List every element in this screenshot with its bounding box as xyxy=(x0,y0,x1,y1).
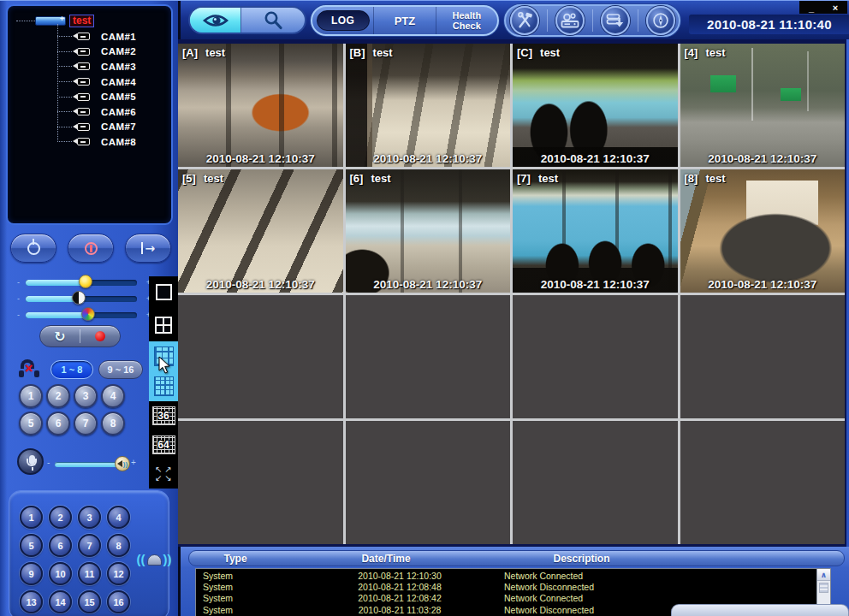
camera-label: CAM#4 xyxy=(101,77,136,87)
tree-item-camera[interactable]: CAM#8 xyxy=(16,134,171,150)
search-button[interactable] xyxy=(241,8,305,33)
tab-health-check[interactable]: Health Check xyxy=(436,7,497,34)
contrast-slider[interactable]: - + xyxy=(12,290,154,306)
exit-button[interactable]: → xyxy=(125,234,171,263)
power-button[interactable] xyxy=(10,234,56,263)
siren-icon xyxy=(147,554,162,566)
keypad-button-12[interactable]: 12 xyxy=(107,562,130,585)
log-row[interactable]: System2010-08-21 12:08:48Network Disconn… xyxy=(196,581,816,592)
empty-cell[interactable] xyxy=(178,421,343,544)
empty-cell[interactable] xyxy=(513,295,678,418)
refresh-button[interactable]: ↻ xyxy=(40,326,80,346)
keypad-button-7[interactable]: 7 xyxy=(78,534,101,557)
keypad-button-4[interactable]: 4 xyxy=(107,506,130,529)
channel-button-4[interactable]: 4 xyxy=(101,384,125,408)
keypad-button-11[interactable]: 11 xyxy=(78,562,101,585)
channel-button-8[interactable]: 8 xyxy=(101,412,125,435)
audio-mute-button[interactable]: × xyxy=(18,358,42,377)
channel-range-9-16-button[interactable]: 9 ~ 16 xyxy=(98,360,143,379)
live-view-button[interactable] xyxy=(190,8,241,33)
layout-36-button[interactable]: 36 xyxy=(149,401,178,430)
log-row[interactable]: System2010-08-21 12:08:42Network Connect… xyxy=(196,593,816,604)
log-cell-type: System xyxy=(203,605,295,615)
color-slider[interactable]: - + xyxy=(12,306,154,323)
empty-cell[interactable] xyxy=(680,421,846,544)
channel-range-1-8-button[interactable]: 1 ~ 8 xyxy=(50,360,93,379)
layout-single-button[interactable] xyxy=(149,276,178,308)
tree-item-camera[interactable]: CAM#2 xyxy=(16,44,171,60)
keypad-button-2[interactable]: 2 xyxy=(49,506,72,529)
contrast-knob[interactable] xyxy=(72,291,86,305)
color-knob[interactable] xyxy=(81,307,95,321)
scroll-up-button[interactable]: ∧ xyxy=(817,569,830,581)
camera-label: CAM#7 xyxy=(101,121,136,132)
keypad-button-16[interactable]: 16 xyxy=(107,590,130,613)
keypad-button-8[interactable]: 8 xyxy=(107,534,130,557)
log-cell-description: Network Connected xyxy=(504,593,816,603)
channel-button-6[interactable]: 6 xyxy=(46,412,70,435)
tree-item-camera[interactable]: CAM#1 xyxy=(16,29,171,44)
tree-item-camera[interactable]: CAM#3 xyxy=(16,59,171,74)
video-cell[interactable]: [4]test2010-08-21 12:10:37 xyxy=(680,44,846,167)
close-button[interactable]: × xyxy=(823,1,847,14)
tab-ptz[interactable]: PTZ xyxy=(373,7,435,34)
log-header-type: Type xyxy=(189,553,282,565)
tree-root-node[interactable]: test xyxy=(16,13,171,28)
keypad-button-1[interactable]: 1 xyxy=(20,506,43,529)
video-cell[interactable]: [C]test2010-08-21 12:10:37 xyxy=(513,44,678,167)
keypad-button-13[interactable]: 13 xyxy=(20,590,43,613)
tree-item-camera[interactable]: CAM#4 xyxy=(16,74,171,90)
layout-64-button[interactable]: 64 xyxy=(149,430,178,459)
camera-icon xyxy=(77,48,90,56)
record-button[interactable] xyxy=(80,326,120,346)
empty-cell[interactable] xyxy=(178,295,343,418)
fullscreen-button[interactable]: ↖↗↙↘ xyxy=(149,459,178,489)
volume-knob[interactable]: )) xyxy=(115,456,130,471)
keypad-button-6[interactable]: 6 xyxy=(49,534,72,557)
keypad-button-9[interactable]: 9 xyxy=(20,562,43,585)
brightness-slider[interactable]: - + xyxy=(12,274,154,290)
channel-button-5[interactable]: 5 xyxy=(19,412,43,435)
brightness-knob[interactable] xyxy=(79,275,92,288)
scroll-thumb[interactable] xyxy=(819,583,828,593)
channel-button-1[interactable]: 1 xyxy=(19,384,43,408)
image-adjust-sliders: - + - + - + xyxy=(12,274,154,323)
layout-16-button[interactable] xyxy=(149,371,178,401)
video-cell[interactable]: [A]test2010-08-21 12:10:37 xyxy=(178,44,343,167)
tree-item-camera[interactable]: CAM#7 xyxy=(16,120,171,135)
layout-quad-button[interactable] xyxy=(149,308,178,341)
channel-button-3[interactable]: 3 xyxy=(74,384,98,408)
channel-button-2[interactable]: 2 xyxy=(46,384,70,408)
keypad-button-14[interactable]: 14 xyxy=(49,590,72,613)
channel-button-7[interactable]: 7 xyxy=(74,412,98,435)
empty-cell[interactable] xyxy=(513,421,678,544)
tree-item-camera[interactable]: CAM#5 xyxy=(16,89,171,104)
system-status-button[interactable] xyxy=(555,6,585,35)
empty-cell[interactable] xyxy=(346,421,511,544)
video-cell[interactable]: [5]test2010-08-21 12:10:37 xyxy=(178,169,343,293)
log-header-datetime: Date/Time xyxy=(282,553,490,565)
video-cell[interactable]: [8]test2010-08-21 12:10:37 xyxy=(680,169,846,293)
setup-button[interactable] xyxy=(510,6,539,35)
tree-item-camera[interactable]: CAM#6 xyxy=(16,104,171,120)
backup-button[interactable] xyxy=(601,6,630,35)
mic-button[interactable] xyxy=(17,448,44,475)
keypad-button-10[interactable]: 10 xyxy=(49,562,72,585)
window-controls: _ × xyxy=(799,1,847,14)
mouse-cursor xyxy=(158,356,172,375)
video-cell[interactable]: [6]test2010-08-21 12:10:37 xyxy=(346,169,511,293)
keypad-button-5[interactable]: 5 xyxy=(20,534,43,557)
compass-icon xyxy=(651,11,670,30)
tree-connector xyxy=(57,66,72,67)
video-cell[interactable]: [B]test2010-08-21 12:10:37 xyxy=(346,44,511,167)
compass-button[interactable] xyxy=(646,6,675,35)
empty-cell[interactable] xyxy=(680,295,846,418)
video-cell[interactable]: [7]test2010-08-21 12:10:37 xyxy=(513,169,678,293)
log-row[interactable]: System2010-08-21 12:10:30Network Connect… xyxy=(196,570,816,581)
empty-cell[interactable] xyxy=(346,295,511,418)
minimize-button[interactable]: _ xyxy=(799,1,823,14)
keypad-button-3[interactable]: 3 xyxy=(78,506,101,529)
tab-log[interactable]: LOG xyxy=(312,7,373,34)
keypad-button-15[interactable]: 15 xyxy=(78,590,101,613)
shutdown-button[interactable] xyxy=(68,234,114,263)
